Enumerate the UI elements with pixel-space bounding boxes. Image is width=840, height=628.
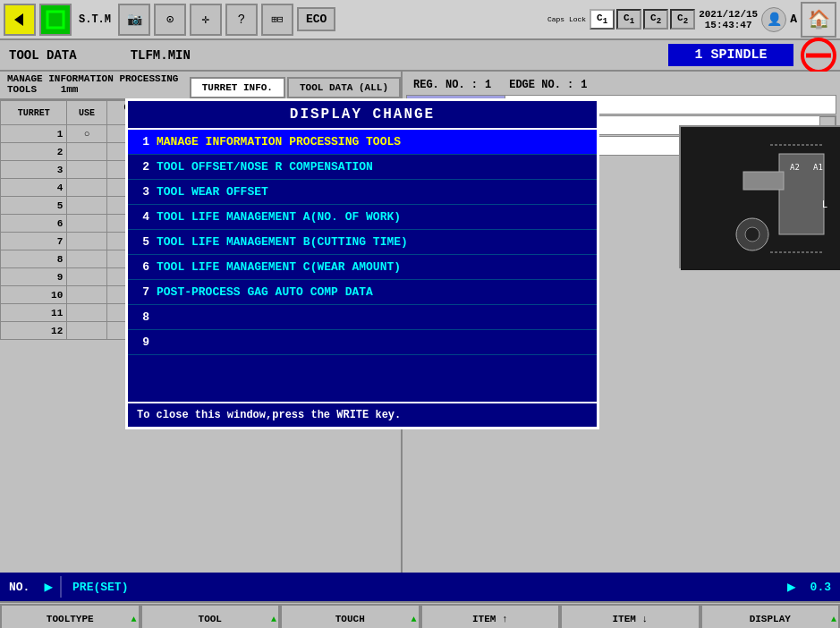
svg-rect-1 (47, 12, 64, 28)
reg-no-label: REG. NO. : (413, 79, 478, 91)
svg-text:L: L (822, 199, 827, 209)
tab-tool-data-all[interactable]: TOOL DATA (ALL) (287, 77, 401, 98)
no-label: NO. (0, 581, 38, 594)
user-letter: A (790, 13, 797, 26)
dialog-item-number: 8 (135, 310, 149, 324)
date-display: 2021/12/15 (699, 9, 758, 20)
tool-diagram: A1 A2 L (679, 125, 840, 268)
dialog-item-text: POST-PROCESS GAG AUTO COMP DATA (157, 285, 373, 299)
dialog-item-number: 2 (135, 160, 149, 174)
no-entry-container (801, 38, 840, 73)
c2-button-1[interactable]: C2 (643, 9, 668, 30)
fn-item-down-label: ITEM ↓ (612, 614, 648, 624)
dialog-list-item[interactable]: 2TOOL OFFSET/NOSE R COMPENSATION (128, 155, 597, 180)
title-left: TOOL DATA TLFM.MIN (0, 48, 668, 63)
status-arrow-btn[interactable]: ▶ (38, 578, 58, 596)
dialog-list-item[interactable]: 10 (128, 355, 597, 362)
no-entry-icon (801, 38, 836, 73)
manage-header-title: MANAGE INFORMATION PROCESSING TOOLS (7, 73, 178, 95)
edge-no-item: EDGE NO. : 1 (509, 79, 587, 91)
dialog-list-item[interactable]: 8 (128, 305, 597, 330)
header-with-tabs: MANAGE INFORMATION PROCESSING TOOLS 1mm … (0, 72, 401, 100)
fn-tool[interactable]: TOOL ▲ (140, 604, 281, 628)
dialog-message: To close this window,press the WRITE key… (128, 402, 597, 427)
tab-header-area: MANAGE INFORMATION PROCESSING TOOLS 1mm … (0, 72, 401, 100)
dialog-item-text: TOOL LIFE MANAGEMENT B(CUTTING TIME) (157, 235, 408, 249)
circle-icon[interactable]: ⊙ (154, 4, 186, 36)
caps-lock-area: Caps Lock (547, 15, 586, 23)
c1-button-2[interactable]: C1 (616, 9, 641, 30)
dialog-list-item[interactable]: 1MANAGE INFORMATION PROCESSING TOOLS (128, 130, 597, 155)
preset-value: 0.3 (802, 581, 840, 594)
tool-data-title: TOOL DATA (9, 48, 77, 63)
manage-header-unit: 1mm (61, 84, 79, 95)
dialog-item-text: MANAGE INFORMATION PROCESSING TOOLS (157, 135, 401, 149)
tlfm-label: TLFM.MIN (131, 48, 191, 63)
c-buttons: C1 C1 C2 C2 (590, 9, 695, 30)
tab-turret-info[interactable]: TURRET INFO. (190, 77, 285, 98)
dialog-list-item[interactable]: 5TOOL LIFE MANAGEMENT B(CUTTING TIME) (128, 230, 597, 255)
status-divider (60, 576, 62, 598)
datetime-area: 2021/12/15 15:43:47 (699, 9, 758, 30)
tooltype-arrow: ▲ (131, 615, 136, 624)
fn-touch[interactable]: TOUCH ▲ (280, 604, 420, 628)
fn-tooltype[interactable]: TOOLTYPE ▲ (0, 604, 140, 628)
manage-title-header: MANAGE INFORMATION PROCESSING TOOLS 1mm (0, 70, 190, 98)
fn-tool-label: TOOL (199, 614, 222, 624)
display-change-dialog: DISPLAY CHANGE 1MANAGE INFORMATION PROCE… (125, 98, 599, 429)
fn-item-up[interactable]: ITEM ↑ (420, 604, 561, 628)
dialog-item-text: TOOL LIFE MANAGEMENT A(NO. OF WORK) (157, 210, 401, 224)
svg-marker-0 (14, 13, 23, 26)
user-icon: 👤 (761, 7, 786, 32)
dialog-item-text: TOOL WEAR OFFSET (157, 185, 268, 199)
fn-item-up-label: ITEM ↑ (472, 614, 508, 624)
crosshair-icon[interactable]: ✛ (190, 4, 222, 36)
fn-display-label: DISPLAY (750, 614, 791, 624)
fn-tooltype-label: TOOLTYPE (47, 614, 94, 624)
title-bar: TOOL DATA TLFM.MIN 1 SPINDLE (0, 40, 840, 72)
svg-point-6 (745, 227, 759, 242)
stm-label: S.T.M (79, 13, 111, 26)
dialog-list-item[interactable]: 7POST-PROCESS GAG AUTO COMP DATA (128, 280, 597, 305)
svg-rect-4 (743, 172, 784, 190)
dialog-item-text: TOOL LIFE MANAGEMENT C(WEAR AMOUNT) (157, 260, 401, 274)
c1-button-1[interactable]: C1 (590, 9, 615, 30)
arrow-button[interactable] (4, 4, 36, 36)
col-turret: TURRET (1, 101, 67, 125)
dialog-item-number: 7 (135, 285, 149, 299)
fn-display[interactable]: DISPLAY ▲ (700, 604, 841, 628)
tool-diagram-svg: A1 A2 L (681, 127, 840, 270)
reg-no-item: REG. NO. : 1 (413, 79, 491, 91)
eco-button[interactable]: ECO (297, 7, 335, 31)
dialog-list[interactable]: 1MANAGE INFORMATION PROCESSING TOOLS2TOO… (128, 130, 597, 362)
dialog-item-number: 3 (135, 185, 149, 199)
dialog-list-item[interactable]: 9 (128, 330, 597, 355)
dialog-item-number: 6 (135, 260, 149, 274)
dialog-list-item[interactable]: 3TOOL WEAR OFFSET (128, 180, 597, 205)
preset-arrow[interactable]: ▶ (782, 578, 802, 596)
dialog-item-number: 10 (135, 361, 149, 362)
top-toolbar: S.T.M 📷 ⊙ ✛ ? ⊞⊟ ECO Caps Lock C1 C1 C2 … (0, 0, 840, 40)
dialog-item-number: 1 (135, 135, 149, 149)
col-use: USE (67, 101, 107, 125)
camera-icon[interactable]: 📷 (118, 4, 150, 36)
spindle-label: 1 SPINDLE (668, 44, 793, 66)
svg-text:A2: A2 (790, 163, 800, 172)
home-button[interactable]: 🏠 (801, 2, 836, 38)
preset-label: PRE(SET) (64, 581, 782, 594)
question-icon[interactable]: ? (225, 4, 258, 36)
dialog-list-item[interactable]: 6TOOL LIFE MANAGEMENT C(WEAR AMOUNT) (128, 255, 597, 280)
tab-buttons: TURRET INFO. TOOL DATA (ALL) (190, 77, 401, 98)
fn-item-down[interactable]: ITEM ↓ (560, 604, 700, 628)
dialog-list-item[interactable]: 4TOOL LIFE MANAGEMENT A(NO. OF WORK) (128, 205, 597, 230)
green-square-button[interactable] (39, 4, 72, 36)
main-area: MANAGE INFORMATION PROCESSING TOOLS 1mm … (0, 72, 840, 573)
dialog-item-number: 9 (135, 335, 149, 349)
c2-button-2[interactable]: C2 (670, 9, 695, 30)
svg-text:A1: A1 (813, 163, 823, 172)
grid-icon[interactable]: ⊞⊟ (261, 4, 293, 36)
edge-no-label: EDGE NO. : (509, 79, 573, 91)
fn-touch-label: TOUCH (335, 614, 365, 624)
dialog-title: DISPLAY CHANGE (128, 101, 597, 130)
status-bar: NO. ▶ PRE(SET) ▶ 0.3 (0, 573, 840, 601)
